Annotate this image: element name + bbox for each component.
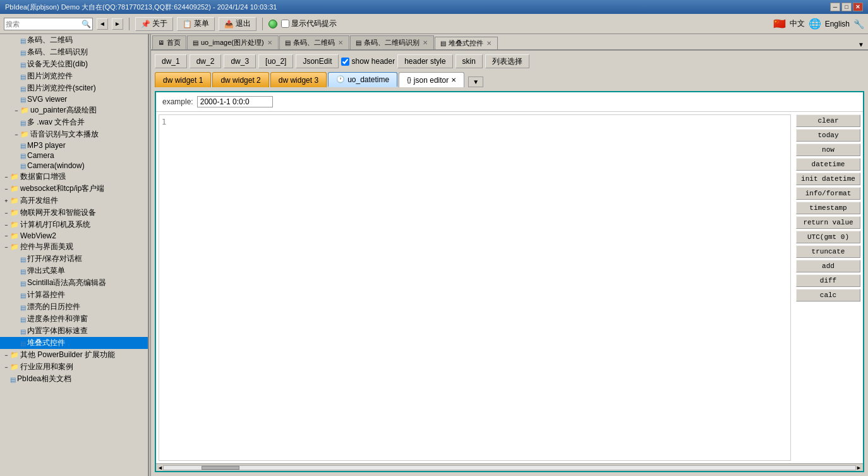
tab-close-button[interactable]: ✕ [486,40,492,47]
back-button[interactable]: ◄ [97,18,108,30]
header-style-button[interactable]: header style [397,54,452,68]
tree-expand-icon[interactable]: − [3,351,10,359]
dw-tab-dw-widget-3[interactable]: dw widget 3 [270,72,327,87]
maximize-button[interactable]: □ [841,3,852,11]
tree-expand-icon[interactable]: − [3,363,10,371]
action-button-truncate[interactable]: truncate [796,245,860,258]
dw-tab-dropdown[interactable]: ▼ [468,76,483,87]
sidebar-item[interactable]: ▤PbIdea相关文档 [0,373,148,385]
sidebar-item[interactable]: ▤堆叠式控件 [0,337,148,349]
code-editor[interactable]: 1 [159,114,791,461]
scroll-left-btn[interactable]: ◄ [157,465,163,471]
tree-expand-icon[interactable]: − [13,107,20,114]
sidebar-item[interactable]: +📁高开发组件 [0,195,148,207]
sidebar-item[interactable]: ▤SVG viewer [0,94,148,104]
sub-toolbar-button[interactable]: JsonEdit [296,54,339,68]
search-input[interactable] [6,20,81,28]
action-button-init-datetime[interactable]: init datetime [796,173,860,185]
dw-tab-close-button[interactable]: ✕ [451,76,456,83]
main-tab-tab-barcode2[interactable]: ▤条码、二维码识别✕ [350,35,434,49]
tree-expand-icon[interactable]: − [3,243,10,251]
sidebar-item[interactable]: ▤Camera(window) [0,161,148,171]
action-button-timestamp[interactable]: timestamp [796,202,860,214]
show-header-checkbox[interactable] [341,58,349,66]
sidebar-item[interactable]: ▤Scintilla语法高亮编辑器 [0,277,148,289]
sidebar-item[interactable]: −📁数据窗口增强 [0,171,148,183]
skin-button[interactable]: skin [455,54,483,68]
scroll-thumb[interactable] [202,466,239,470]
minimize-button[interactable]: ─ [830,3,840,11]
dw-tab-json-editor[interactable]: {}json editor✕ [399,72,464,87]
dw-tab-dw-widget-2[interactable]: dw widget 2 [212,72,268,87]
sidebar-item[interactable]: ▤漂亮的日历控件 [0,301,148,313]
sidebar-item[interactable]: −📁其他 PowerBuilder 扩展功能 [0,349,148,361]
dw-tab-uo-datetime[interactable]: 🕐uo_datetime [328,72,397,87]
action-button-return-value[interactable]: return value [796,216,860,229]
sub-toolbar-button[interactable]: dw_1 [155,54,187,68]
main-tab-tab-stacked[interactable]: ▤堆叠式控件✕ [435,37,498,51]
tree-expand-icon[interactable]: − [3,221,10,229]
dw-tab-dw-widget-1[interactable]: dw widget 1 [155,72,211,87]
sidebar-item[interactable]: −📁物联网开发和智能设备 [0,207,148,219]
forward-button[interactable]: ► [112,18,123,30]
tab-close-button[interactable]: ✕ [337,39,344,46]
sidebar-item[interactable]: −📁控件与界面美观 [0,241,148,253]
exit-button[interactable]: 📤 退出 [219,17,256,31]
tab-dropdown-button[interactable]: ▼ [855,40,867,49]
tree-expand-icon[interactable]: − [13,131,20,138]
tab-close-button[interactable]: ✕ [267,39,273,46]
action-button-clear[interactable]: clear [796,114,860,127]
cn-lang-button[interactable]: 中文 [790,18,805,29]
sidebar-item[interactable]: ▤打开/保存对话框 [0,253,148,265]
sidebar-item[interactable]: ▤内置字体图标速查 [0,325,148,337]
sidebar-item[interactable]: ▤弹出式菜单 [0,265,148,277]
main-tab-tab-barcode[interactable]: ▤条码、二维码✕ [279,35,349,49]
sidebar-item[interactable]: −📁WebView2 [0,231,148,241]
tree-expand-icon[interactable]: − [3,209,10,217]
list-select-button[interactable]: 列表选择 [485,54,529,68]
en-lang-button[interactable]: English [825,20,850,28]
show-code-checkbox[interactable] [281,20,289,28]
action-button-diff[interactable]: diff [796,274,860,287]
sidebar-item[interactable]: −📁行业应用和案例 [0,361,148,373]
sidebar-item[interactable]: ▤条码、二维码 [0,34,148,46]
action-button-today[interactable]: today [796,129,860,142]
action-button-add[interactable]: add [796,260,860,272]
sub-toolbar-button[interactable]: dw_3 [224,54,256,68]
sidebar-item[interactable]: ▤条码、二维码识别 [0,46,148,58]
tree-expand-icon[interactable]: − [3,232,10,240]
tree-expand-icon[interactable]: − [3,185,10,193]
tree-expand-icon[interactable]: − [3,173,10,181]
sidebar-item[interactable]: ▤图片浏览控件 [0,70,148,82]
main-tab-tab-home[interactable]: 🖥首页 [152,35,186,49]
action-button-datetime[interactable]: datetime [796,158,860,171]
sidebar-item[interactable]: ▤设备无关位图(dib) [0,58,148,70]
action-button-now[interactable]: now [796,143,860,156]
sidebar-item[interactable]: ▤Camera [0,150,148,161]
tab-close-button[interactable]: ✕ [422,39,428,46]
tree-expand-icon[interactable]: + [3,197,10,205]
sidebar-item[interactable]: −📁语音识别与文本播放 [0,128,148,140]
horizontal-scrollbar[interactable]: ◄ ► [156,463,863,471]
sidebar-item[interactable]: −📁计算机/打印机及系统 [0,219,148,231]
sub-toolbar-button[interactable]: [uo_2] [258,54,293,68]
main-tab-tab-uo-image[interactable]: ▤uo_image(图片处理)✕ [187,35,279,49]
sidebar-item[interactable]: −📁uo_painter高级绘图 [0,104,148,116]
menu-button[interactable]: 📋 菜单 [177,17,215,31]
sidebar-item[interactable]: ▤MP3 player [0,140,148,150]
sidebar-item[interactable]: ▤图片浏览控件(sciter) [0,82,148,94]
action-button-infoformat[interactable]: info/format [796,187,860,200]
show-code-checkbox-label[interactable]: 显示代码提示 [281,18,337,29]
scroll-right-btn[interactable]: ► [856,465,862,471]
about-button[interactable]: 📌 关于 [135,17,173,31]
sidebar-item[interactable]: ▤多 .wav 文件合并 [0,116,148,128]
scroll-track[interactable] [163,465,856,470]
show-header-checkbox-label[interactable]: show header [341,57,395,66]
action-button-UTCgmt-0[interactable]: UTC(gmt 0) [796,231,860,243]
sub-toolbar-button[interactable]: dw_2 [190,54,222,68]
sidebar-item[interactable]: −📁websocket和tcp/ip客户端 [0,183,148,195]
sidebar-item[interactable]: ▤进度条控件和弹窗 [0,313,148,325]
close-button[interactable]: ✕ [853,3,863,11]
action-button-calc[interactable]: calc [796,289,860,302]
sidebar-item[interactable]: ▤计算器控件 [0,289,148,301]
